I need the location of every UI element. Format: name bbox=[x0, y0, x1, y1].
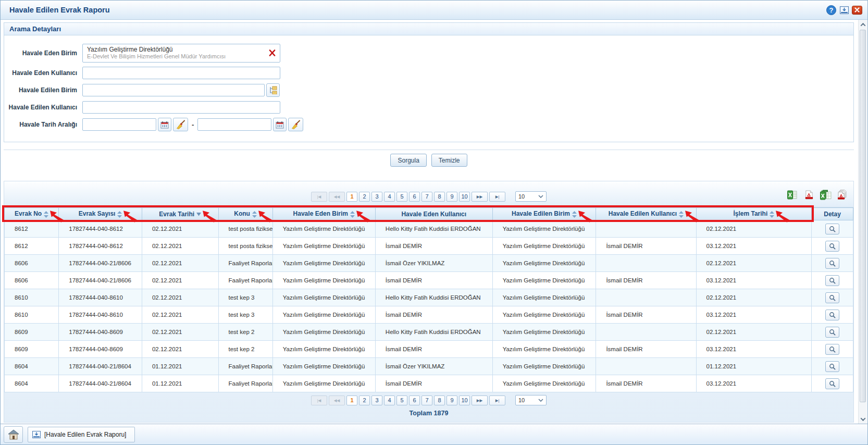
page-button-3[interactable]: 3 bbox=[371, 395, 382, 405]
table-cell: test kep 2 bbox=[218, 324, 272, 341]
sort-icon bbox=[572, 211, 577, 218]
page-button-9[interactable]: 9 bbox=[447, 395, 457, 405]
date-from-input[interactable] bbox=[82, 118, 156, 131]
column-header-2[interactable]: Evrak Sayısı bbox=[59, 208, 142, 220]
table-cell: Yazılım Geliştirme Direktörlüğü bbox=[492, 306, 596, 324]
date-to-calendar-button[interactable] bbox=[273, 118, 287, 131]
havale-edilen-birim-input[interactable] bbox=[82, 84, 265, 96]
detail-button[interactable] bbox=[825, 258, 839, 269]
detail-button[interactable] bbox=[825, 292, 839, 303]
column-header-4[interactable]: Konu bbox=[218, 208, 272, 220]
unit-picker-button[interactable] bbox=[266, 83, 280, 97]
excel-export-all-icon[interactable] bbox=[819, 189, 832, 201]
column-header-1[interactable]: Evrak No bbox=[5, 208, 59, 220]
detail-button[interactable] bbox=[825, 310, 839, 320]
column-header-7[interactable]: Havale Edilen Birim bbox=[492, 208, 596, 220]
query-button[interactable]: Sorgula bbox=[390, 154, 426, 167]
page-button-4[interactable]: 4 bbox=[384, 192, 395, 202]
detail-button[interactable] bbox=[825, 361, 839, 372]
page-size-select[interactable]: 10 bbox=[515, 191, 547, 202]
detail-button[interactable] bbox=[825, 344, 839, 355]
detail-button[interactable] bbox=[825, 378, 839, 389]
last-page-button[interactable]: ▶| bbox=[489, 395, 505, 405]
page-button-6[interactable]: 6 bbox=[409, 192, 420, 202]
page-button-9[interactable]: 9 bbox=[447, 192, 457, 202]
column-label: Detay bbox=[824, 211, 841, 218]
prev-page-button[interactable]: ◀◀ bbox=[329, 395, 345, 405]
table-cell: 17827444-040-8610 bbox=[59, 306, 142, 324]
vertical-scrollbar[interactable] bbox=[858, 20, 867, 424]
table-cell: 17827444-040-8610 bbox=[59, 289, 142, 306]
page-button-5[interactable]: 5 bbox=[396, 395, 407, 405]
page-button-4[interactable]: 4 bbox=[384, 395, 395, 405]
column-header-3[interactable]: Evrak Tarihi bbox=[142, 208, 218, 220]
detail-button[interactable] bbox=[825, 224, 839, 234]
table-cell: 17827444-040-21/8606 bbox=[59, 272, 142, 289]
page-button-8[interactable]: 8 bbox=[434, 395, 445, 405]
first-page-button[interactable]: |◀ bbox=[311, 395, 327, 405]
detail-button[interactable] bbox=[825, 241, 839, 252]
detail-button[interactable] bbox=[825, 275, 839, 286]
scroll-up-button[interactable] bbox=[859, 20, 867, 29]
page-button-2[interactable]: 2 bbox=[359, 395, 370, 405]
detail-button[interactable] bbox=[825, 327, 839, 338]
next-page-button[interactable]: ▶▶ bbox=[472, 395, 488, 405]
table-cell: 02.12.2021 bbox=[142, 289, 218, 306]
taskbar-item[interactable]: [Havale Edilen Evrak Raporu] bbox=[28, 427, 135, 442]
table-cell: Faaliyet Raporları bbox=[218, 255, 272, 272]
first-page-button[interactable]: |◀ bbox=[311, 192, 327, 202]
table-cell: 17827444-040-21/8604 bbox=[59, 375, 142, 392]
help-glyph: ? bbox=[829, 6, 834, 14]
column-header-9[interactable]: İşlem Tarihi bbox=[696, 208, 812, 220]
table-row: 860617827444-040-21/860602.12.2021Faaliy… bbox=[5, 255, 853, 272]
page-button-2[interactable]: 2 bbox=[359, 192, 370, 202]
scroll-down-button[interactable] bbox=[859, 414, 867, 424]
page-button-10[interactable]: 10 bbox=[459, 395, 470, 405]
havale-eden-kullanici-input[interactable] bbox=[82, 67, 280, 79]
page-button-7[interactable]: 7 bbox=[421, 395, 432, 405]
sort-icon bbox=[117, 211, 122, 218]
page-button-1[interactable]: 1 bbox=[346, 192, 357, 202]
next-page-button[interactable]: ▶▶ bbox=[472, 192, 488, 202]
pdf-export-all-icon[interactable] bbox=[836, 189, 848, 201]
table-cell: Hello Kitty Fatih Kuddisi ERDOĞAN bbox=[375, 324, 492, 341]
prev-page-button[interactable]: ◀◀ bbox=[329, 192, 345, 202]
page-button-1[interactable]: 1 bbox=[346, 395, 357, 405]
last-page-button[interactable]: ▶| bbox=[489, 192, 505, 202]
pdf-export-icon[interactable] bbox=[802, 189, 815, 201]
date-to-clear-button[interactable] bbox=[288, 118, 303, 131]
page-button-10[interactable]: 10 bbox=[459, 192, 470, 202]
clear-field-icon[interactable] bbox=[269, 49, 276, 58]
page-button-7[interactable]: 7 bbox=[421, 192, 432, 202]
table-cell: Yazılım Geliştirme Direktörlüğü bbox=[272, 220, 375, 238]
page-button-3[interactable]: 3 bbox=[371, 192, 382, 202]
page-button-8[interactable]: 8 bbox=[434, 192, 445, 202]
magnifier-icon bbox=[829, 294, 836, 301]
window-dock-icon[interactable] bbox=[839, 6, 849, 15]
date-to-input[interactable] bbox=[197, 118, 271, 131]
table-cell: Yazılım Geliştirme Direktörlüğü bbox=[272, 255, 375, 272]
havale-eden-birim-field[interactable]: Yazılım Geliştirme Direktörlüğü E-Devlet… bbox=[82, 44, 280, 63]
column-header-8[interactable]: Havale Edilen Kullanıcı bbox=[596, 208, 696, 220]
havale-edilen-kullanici-input[interactable] bbox=[82, 101, 280, 114]
page-button-6[interactable]: 6 bbox=[409, 395, 420, 405]
date-from-calendar-button[interactable] bbox=[158, 118, 171, 131]
table-cell: İsmail Özer YIKILMAZ bbox=[375, 255, 492, 272]
table-cell bbox=[596, 255, 696, 272]
close-icon[interactable] bbox=[852, 6, 862, 15]
clear-button[interactable]: Temizle bbox=[431, 154, 467, 167]
page-size-select[interactable]: 10 bbox=[515, 395, 547, 405]
table-row: 861217827444-040-861202.12.2021test post… bbox=[5, 220, 853, 238]
date-from-clear-button[interactable] bbox=[173, 118, 188, 131]
excel-export-icon[interactable] bbox=[786, 189, 798, 201]
help-icon[interactable]: ? bbox=[826, 5, 836, 15]
magnifier-icon bbox=[829, 363, 836, 370]
table-cell: Yazılım Geliştirme Direktörlüğü bbox=[272, 375, 375, 392]
home-button[interactable] bbox=[4, 426, 23, 443]
column-header-5[interactable]: Havale Eden Birim bbox=[272, 208, 375, 220]
scrollbar-thumb[interactable] bbox=[860, 30, 866, 402]
table-cell: İsmail DEMİR bbox=[375, 306, 492, 324]
page-button-5[interactable]: 5 bbox=[396, 192, 407, 202]
table-cell: 8610 bbox=[5, 306, 59, 324]
table-cell: 03.12.2021 bbox=[696, 306, 812, 324]
